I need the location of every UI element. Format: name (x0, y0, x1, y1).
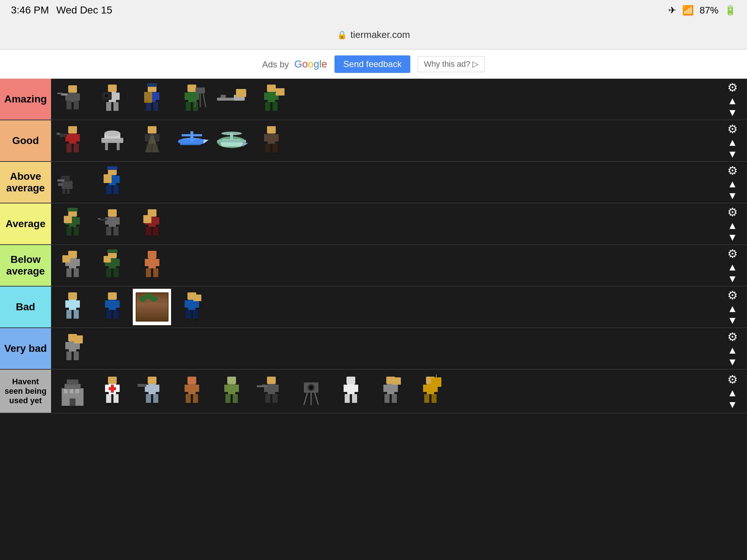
gear-icon[interactable]: ⚙ (727, 164, 738, 178)
svg-rect-96 (113, 185, 119, 194)
svg-rect-27 (185, 93, 188, 100)
gear-icon[interactable]: ⚙ (727, 205, 738, 219)
list-item[interactable] (212, 81, 251, 117)
svg-rect-0 (68, 85, 77, 93)
svg-rect-147 (74, 310, 79, 319)
list-item[interactable] (53, 164, 92, 201)
list-item[interactable] (252, 81, 290, 117)
list-item[interactable] (212, 373, 251, 409)
list-item[interactable] (93, 81, 131, 117)
svg-rect-217 (347, 384, 355, 394)
move-down-button[interactable]: ▼ (727, 191, 738, 201)
svg-rect-160 (193, 295, 201, 301)
svg-rect-18 (147, 83, 157, 87)
list-item[interactable] (133, 206, 171, 242)
move-down-button[interactable]: ▼ (727, 108, 738, 118)
why-this-ad-link[interactable]: Why this ad? ▷ (418, 56, 485, 72)
list-item[interactable] (371, 373, 410, 409)
move-up-button[interactable]: ▲ (727, 137, 738, 148)
list-item[interactable] (53, 81, 92, 117)
svg-rect-29 (186, 102, 191, 111)
move-up-button[interactable]: ▲ (727, 221, 738, 231)
list-item[interactable] (133, 289, 171, 325)
gear-icon[interactable]: ⚙ (727, 81, 738, 94)
svg-rect-157 (196, 300, 199, 308)
list-item[interactable] (93, 247, 131, 284)
list-item[interactable] (53, 247, 92, 284)
svg-rect-25 (187, 85, 196, 92)
svg-rect-171 (64, 389, 67, 393)
svg-marker-71 (204, 139, 209, 144)
list-item[interactable] (53, 330, 92, 367)
list-item[interactable] (252, 122, 290, 159)
tier-row-unseen: Havent seen being used yet (0, 370, 747, 413)
move-up-button[interactable]: ▲ (727, 304, 738, 314)
svg-rect-163 (65, 342, 69, 349)
svg-rect-200 (225, 394, 231, 403)
ads-by-label: Ads by Google (262, 58, 327, 70)
svg-rect-216 (347, 377, 355, 384)
svg-rect-140 (146, 268, 151, 277)
list-item[interactable] (93, 122, 131, 159)
list-item[interactable] (53, 122, 92, 159)
svg-rect-8 (108, 85, 117, 92)
move-down-button[interactable]: ▼ (727, 274, 738, 284)
airplane-icon: ✈ (668, 5, 676, 16)
list-item[interactable] (133, 122, 171, 159)
move-up-button[interactable]: ▲ (727, 262, 738, 272)
svg-rect-109 (116, 217, 120, 225)
move-up-button[interactable]: ▲ (727, 388, 738, 398)
svg-rect-70 (190, 131, 193, 141)
svg-rect-41 (264, 93, 268, 100)
list-item[interactable] (212, 122, 251, 159)
send-feedback-button[interactable]: Send feedback (334, 55, 410, 73)
gear-icon[interactable]: ⚙ (727, 288, 738, 302)
svg-rect-89 (67, 189, 70, 194)
svg-rect-143 (69, 300, 76, 310)
svg-rect-225 (394, 385, 398, 392)
svg-rect-53 (57, 133, 60, 135)
list-item[interactable] (173, 122, 211, 159)
svg-rect-105 (64, 216, 72, 223)
svg-rect-46 (68, 126, 77, 133)
svg-point-16 (105, 94, 108, 98)
svg-rect-3 (76, 93, 80, 101)
list-item[interactable] (93, 373, 131, 409)
tier-label-unseen: Havent seen being used yet (0, 370, 51, 413)
list-item[interactable] (252, 373, 290, 409)
list-item[interactable] (93, 206, 131, 242)
list-item[interactable] (133, 373, 171, 409)
tier-controls-amazing: ⚙ ▲ ▼ (718, 79, 747, 120)
list-item[interactable] (53, 289, 92, 325)
list-item[interactable] (93, 289, 131, 325)
tier-list: Amazing (0, 79, 747, 413)
svg-rect-43 (265, 102, 270, 111)
list-item[interactable] (411, 373, 449, 409)
gear-icon[interactable]: ⚙ (727, 330, 738, 344)
move-down-button[interactable]: ▼ (727, 315, 738, 326)
list-item[interactable] (133, 81, 171, 117)
list-item[interactable] (53, 373, 92, 409)
move-down-button[interactable]: ▼ (727, 357, 738, 367)
move-down-button[interactable]: ▼ (727, 400, 738, 410)
svg-rect-218 (344, 385, 347, 392)
list-item[interactable] (173, 289, 211, 325)
tier-row-good: Good (0, 120, 747, 162)
list-item[interactable] (173, 81, 211, 117)
list-item[interactable] (292, 373, 330, 409)
gear-icon[interactable]: ⚙ (727, 373, 738, 386)
move-up-button[interactable]: ▲ (727, 179, 738, 189)
gear-icon[interactable]: ⚙ (727, 122, 738, 136)
move-down-button[interactable]: ▼ (727, 232, 738, 242)
gear-icon[interactable]: ⚙ (727, 247, 738, 261)
list-item[interactable] (133, 247, 171, 284)
list-item[interactable] (93, 164, 131, 201)
move-down-button[interactable]: ▼ (727, 149, 738, 159)
list-item[interactable] (332, 373, 370, 409)
move-up-button[interactable]: ▲ (727, 96, 738, 106)
tier-controls-unseen: ⚙ ▲ ▼ (718, 370, 747, 413)
list-item[interactable] (53, 206, 92, 242)
svg-rect-159 (193, 310, 198, 319)
move-up-button[interactable]: ▲ (727, 345, 738, 355)
list-item[interactable] (173, 373, 211, 409)
